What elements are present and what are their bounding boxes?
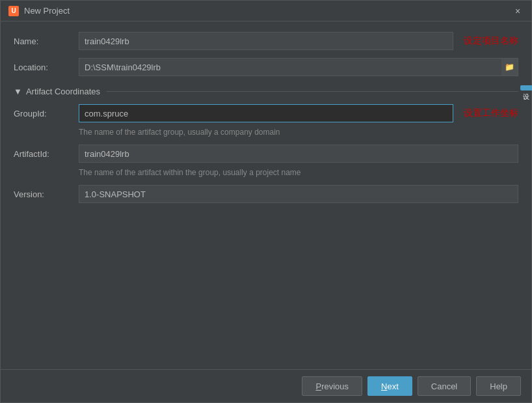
groupid-input[interactable] xyxy=(79,104,453,122)
folder-icon: 📁 xyxy=(505,63,514,72)
previous-button[interactable]: Previous xyxy=(302,376,362,396)
version-label: Version: xyxy=(14,189,79,199)
title-bar-left: U New Project xyxy=(8,6,70,16)
artifactid-hint: The name of the artifact within the grou… xyxy=(79,168,518,177)
collapse-icon[interactable]: ▼ xyxy=(14,87,22,96)
close-button[interactable]: × xyxy=(512,5,524,17)
name-input[interactable] xyxy=(79,32,453,50)
location-input-wrap: 📁 xyxy=(79,58,518,76)
previous-label: Previous xyxy=(315,382,349,391)
name-row: Name: 设定项目名称 xyxy=(14,32,518,50)
location-input[interactable] xyxy=(79,58,518,76)
artifactid-row: ArtifactId: xyxy=(14,145,518,163)
version-input[interactable] xyxy=(79,185,518,203)
previous-underline: P xyxy=(315,382,321,391)
section-divider xyxy=(107,91,518,92)
location-label: Location: xyxy=(14,63,79,72)
next-label: Next xyxy=(381,382,399,391)
dialog-content: Name: 设定项目名称 Location: 📁 ▼ Artifact Coor… xyxy=(1,21,531,369)
groupid-row: GroupId: 设置工作坐标 xyxy=(14,104,518,122)
location-row: Location: 📁 xyxy=(14,58,518,76)
previous-label-rest: revious xyxy=(321,382,349,391)
cancel-button[interactable]: Cancel xyxy=(418,376,471,396)
groupid-annotation: 设置工作坐标 xyxy=(464,107,518,119)
groupid-hint: The name of the artifact group, usually … xyxy=(79,128,518,137)
groupid-label: GroupId: xyxy=(14,109,79,118)
name-label: Name: xyxy=(14,36,79,46)
title-bar: U New Project × xyxy=(1,1,531,21)
artifact-section-header: ▼ Artifact Coordinates xyxy=(14,87,518,96)
new-project-dialog: U New Project × Name: 设定项目名称 Location: 📁… xyxy=(0,0,532,403)
next-button[interactable]: Next xyxy=(367,376,412,396)
folder-browse-button[interactable]: 📁 xyxy=(501,58,518,76)
cancel-label: Cancel xyxy=(431,382,457,391)
artifact-section-label: Artifact Coordinates xyxy=(26,87,100,96)
name-annotation: 设定项目名称 xyxy=(464,35,518,47)
content-spacer xyxy=(14,211,518,341)
version-row: Version: xyxy=(14,185,518,203)
next-label-rest: ext xyxy=(387,382,398,391)
dialog-title: New Project xyxy=(24,6,70,16)
app-icon: U xyxy=(8,6,19,16)
dialog-footer: Previous Next Cancel Help xyxy=(1,369,531,402)
right-tab[interactable]: 设 xyxy=(520,85,532,90)
help-button[interactable]: Help xyxy=(476,376,521,396)
artifactid-label: ArtifactId: xyxy=(14,149,79,159)
help-label: Help xyxy=(490,382,507,391)
artifactid-input[interactable] xyxy=(79,145,518,163)
